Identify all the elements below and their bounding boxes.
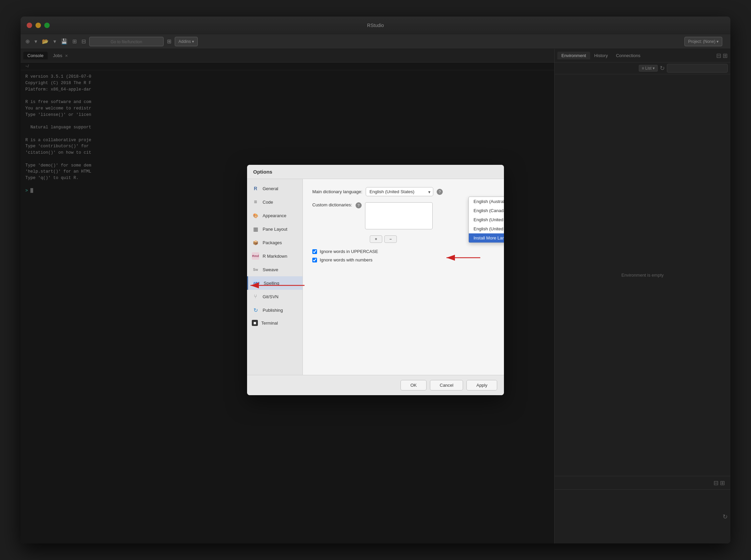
nav-item-publishing[interactable]: ↻ Publishing <box>247 303 303 317</box>
arrow-annotation-1 <box>443 253 484 264</box>
nav-item-code[interactable]: ≡ Code <box>247 195 303 209</box>
custom-dict-label: Custom dictionaries: <box>312 202 352 207</box>
ignore-uppercase-checkbox[interactable] <box>312 249 317 254</box>
lang-option-canada[interactable]: English (Canada) <box>469 206 504 215</box>
arrow-annotation-2 <box>247 280 308 292</box>
spelling-content: Main dictionary language: English (Austr… <box>303 179 504 375</box>
modal-overlay: Options R General ≡ Code 🎨 Appearance <box>21 17 730 543</box>
add-dict-button[interactable]: + <box>370 235 382 243</box>
custom-dict-area <box>365 202 432 229</box>
nav-item-general[interactable]: R General <box>247 182 303 195</box>
red-arrow-svg-1 <box>443 253 484 263</box>
lang-option-us[interactable]: English (United States) <box>469 224 504 233</box>
pane-layout-icon: ▦ <box>252 225 259 233</box>
apply-button[interactable]: Apply <box>466 380 497 391</box>
dialog-title: Options <box>247 165 504 179</box>
ignore-numbers-checkbox[interactable] <box>312 258 317 262</box>
custom-dict-help-icon[interactable]: ? <box>355 202 362 208</box>
nav-item-git-svn[interactable]: ⑂ Git/SVN <box>247 290 303 303</box>
ignore-uppercase-label: Ignore words in UPPERCASE <box>320 249 378 254</box>
cancel-button[interactable]: Cancel <box>430 380 463 391</box>
main-dict-label: Main dictionary language: <box>312 189 362 194</box>
git-svn-icon: ⑂ <box>252 293 259 300</box>
r-markdown-icon: Rmd <box>252 252 259 260</box>
nav-item-packages[interactable]: 📦 Packages <box>247 236 303 249</box>
language-dropdown: English (Australia) English (Canada) Eng… <box>468 197 504 243</box>
packages-icon: 📦 <box>252 239 259 246</box>
lang-option-install[interactable]: Install More Languages... <box>469 233 504 242</box>
main-dict-row: Main dictionary language: English (Austr… <box>312 187 495 196</box>
lang-select-wrapper: English (Australia) English (Canada) Eng… <box>366 187 433 196</box>
remove-dict-button[interactable]: − <box>384 235 397 243</box>
code-icon: ≡ <box>252 198 259 206</box>
sweave-icon: Sw <box>252 266 259 273</box>
main-dict-help-icon[interactable]: ? <box>437 189 443 195</box>
publishing-icon: ↻ <box>252 306 259 314</box>
dialog-body: R General ≡ Code 🎨 Appearance ▦ Pane Lay… <box>247 179 504 375</box>
dialog-nav: R General ≡ Code 🎨 Appearance ▦ Pane Lay… <box>247 179 303 375</box>
options-dialog: Options R General ≡ Code 🎨 Appearance <box>247 165 504 395</box>
ok-button[interactable]: OK <box>401 380 426 391</box>
lang-option-uk[interactable]: English (United Kingdom) <box>469 215 504 224</box>
nav-item-r-markdown[interactable]: Rmd R Markdown <box>247 249 303 263</box>
red-arrow-svg-2 <box>247 280 308 291</box>
lang-option-australia[interactable]: English (Australia) <box>469 197 504 206</box>
terminal-icon: ■ <box>252 320 258 326</box>
rstudio-window: RStudio ⊕ ▾ 📂 ▾ 💾 ⊞ ⊟ Go to file/functio… <box>21 17 730 543</box>
nav-item-pane-layout[interactable]: ▦ Pane Layout <box>247 222 303 236</box>
nav-item-sweave[interactable]: Sw Sweave <box>247 263 303 276</box>
appearance-icon: 🎨 <box>252 212 259 219</box>
dialog-footer: OK Cancel Apply <box>247 375 504 395</box>
custom-dict-row: Custom dictionaries: ? <box>312 202 495 229</box>
nav-item-terminal[interactable]: ■ Terminal <box>247 317 303 329</box>
ignore-numbers-label: Ignore words with numbers <box>320 257 372 262</box>
nav-item-appearance[interactable]: 🎨 Appearance <box>247 209 303 222</box>
general-icon: R <box>252 185 259 192</box>
language-select[interactable]: English (Australia) English (Canada) Eng… <box>366 187 433 196</box>
